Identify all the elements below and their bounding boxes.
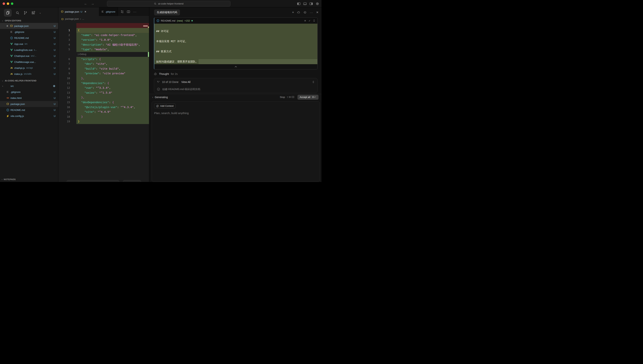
open-editor-item-chatapi-js[interactable]: JSchatApi.jssrc/apiU: [0, 65, 58, 71]
more-actions-icon[interactable]: ···: [133, 10, 136, 13]
tree-item-src[interactable]: ›src: [0, 83, 58, 89]
diff-added-line-bg: [76, 28, 149, 33]
breadcrumb-tail: ...: [82, 18, 84, 20]
chevron-right-icon[interactable]: ›: [152, 96, 153, 99]
stop-button[interactable]: Stop: [280, 96, 285, 98]
open-editor-item-package-json[interactable]: ✕{}package.jsonU: [0, 23, 58, 29]
source-control-icon[interactable]: [24, 11, 28, 15]
chevron-right-icon[interactable]: ›: [2, 84, 6, 88]
line-number: 11: [58, 81, 70, 86]
list-file-icon: [10, 30, 13, 33]
git-status-badge: U: [54, 54, 56, 58]
settings-gear-icon[interactable]: [316, 2, 319, 6]
search-sidebar-icon[interactable]: [16, 11, 20, 15]
thought-row[interactable]: Thought for 2s: [154, 72, 318, 76]
expand-collapse-icon[interactable]: [312, 81, 314, 83]
close-tab-icon[interactable]: ✕: [84, 10, 86, 13]
codelens-debug[interactable]: ▷Debug: [78, 52, 86, 57]
chat-tab[interactable]: 生成前端项目代码: [154, 10, 180, 16]
diff-added-line-bg: [76, 119, 149, 124]
tree-item--gitignore[interactable]: .gitignoreU: [0, 89, 58, 95]
new-chat-icon[interactable]: +: [292, 10, 294, 14]
expand-collapse-icon[interactable]: [313, 19, 315, 22]
view-all-link[interactable]: View All: [181, 80, 190, 84]
notepads-header[interactable]: › NOTEPADS: [0, 177, 58, 182]
tree-item-package-json[interactable]: {}package.jsonU: [0, 101, 58, 107]
activity-bar: ⌄: [0, 7, 58, 18]
cloud-icon[interactable]: [297, 11, 300, 14]
more-views-chevron-icon[interactable]: ⌄: [39, 12, 41, 14]
chat-input-box[interactable]: @ Add Context Plan, search, build anythi…: [152, 101, 320, 182]
line-number: 14: [58, 95, 70, 100]
close-editor-icon[interactable]: ✕: [5, 24, 10, 28]
open-editors-header[interactable]: ⌄ OPEN EDITORS: [0, 18, 58, 23]
more-actions-icon[interactable]: ···: [310, 11, 313, 14]
tree-item-readme-md[interactable]: README.mdU: [0, 107, 58, 113]
collapse-block-button[interactable]: [154, 64, 317, 69]
reject-file-icon[interactable]: ✕: [304, 19, 306, 22]
tab-gitignore[interactable]: .gitignore: [99, 7, 118, 16]
chevron-down-icon: ⌄: [2, 19, 4, 22]
chat-panel-header: 生成前端项目代码 + ··· ✕: [149, 7, 322, 18]
floating-toolbar-cutoff[interactable]: [67, 180, 119, 182]
maximize-window-button[interactable]: [11, 2, 13, 5]
accept-file-icon[interactable]: ✓: [308, 19, 310, 22]
open-editor-item-app-vue[interactable]: App.vuesrcU: [0, 41, 58, 47]
file-name: index.js: [14, 72, 22, 76]
line-number: 7: [58, 62, 70, 66]
close-window-button[interactable]: [3, 2, 5, 5]
open-editor-item-chatinput-vue[interactable]: ChatInput.vuesrc/...U: [0, 53, 58, 59]
git-status-badge: U: [54, 30, 56, 34]
diff-block-header[interactable]: README.md (new) +152 ✕ ✓: [154, 18, 317, 24]
git-status-badge: U: [80, 10, 82, 13]
command-center-search[interactable]: ai-code-helper-frontend: [107, 1, 230, 6]
file-name: LoadingDots.vue: [14, 48, 33, 52]
minimize-window-button[interactable]: [7, 2, 9, 5]
open-editor-item-readme-md[interactable]: README.mdU: [0, 35, 58, 41]
line-number: 10: [58, 76, 70, 81]
toggle-sidebar-right-icon[interactable]: [309, 2, 313, 6]
layout-controls: [297, 0, 319, 7]
todo-summary-row[interactable]: 10 of 10 Done View All: [154, 78, 317, 86]
floating-button-cutoff[interactable]: [123, 180, 141, 182]
git-status-badge: U: [54, 115, 56, 118]
git-status-badge: U: [54, 60, 56, 64]
split-editor-icon[interactable]: [127, 10, 130, 14]
code-line: "scripts": {: [78, 57, 101, 62]
history-icon[interactable]: [303, 11, 307, 14]
todo-done-item[interactable]: 创建 README.md 项目说明文档: [154, 86, 317, 93]
file-name: vite.config.js: [10, 115, 24, 118]
open-editor-item--gitignore[interactable]: .gitignoreU: [0, 29, 58, 35]
open-changes-icon[interactable]: [120, 10, 124, 14]
open-editor-item-chatmessage-vue-[interactable]: ChatMessage.vue...U: [0, 59, 58, 65]
code-line: }: [78, 114, 83, 119]
code-line: "dev": "vite",: [78, 62, 107, 66]
toggle-panel-bottom-icon[interactable]: [303, 2, 307, 6]
diff-line: [154, 54, 317, 59]
project-root-header[interactable]: ⌄ AI-CODE-HELPER-FRONTEND: [0, 78, 58, 83]
open-editor-item-loadingdots-vue[interactable]: LoadingDots.vues...U: [0, 47, 58, 53]
tab-package-json[interactable]: {} package.json U ✕: [58, 7, 99, 16]
json-file-icon: {}: [61, 10, 64, 13]
brain-icon: [154, 72, 157, 76]
diff-line: [154, 34, 317, 39]
diff-line: [154, 44, 317, 49]
tree-item-vite-config-js[interactable]: ⚡vite.config.jsU: [0, 113, 58, 119]
git-status-badge: U: [54, 36, 56, 40]
history-back-icon[interactable]: ←: [84, 2, 87, 6]
extensions-icon[interactable]: [31, 11, 35, 15]
toggle-sidebar-left-icon[interactable]: [297, 2, 301, 6]
open-editor-item-index-js[interactable]: JSindex.jssrc/utilsU: [0, 71, 58, 77]
code-editor[interactable]: Reject⌘N Accept⇧⌘Y 1{2 "name": "ai-code-…: [58, 22, 149, 182]
breadcrumb[interactable]: {} package.json › ...: [58, 16, 149, 22]
close-panel-icon[interactable]: ✕: [316, 11, 318, 14]
history-forward-icon[interactable]: →: [91, 2, 94, 6]
line-number: 9: [58, 71, 70, 76]
add-context-chip[interactable]: @ Add Context: [154, 104, 176, 108]
cursor-line-tail: [198, 59, 317, 64]
breadcrumb-file: package.json: [65, 18, 79, 20]
tree-item-index-html[interactable]: <>index.htmlU: [0, 95, 58, 101]
js-file-icon: JS: [10, 67, 12, 69]
explorer-files-icon[interactable]: [4, 9, 12, 17]
accept-all-button[interactable]: Accept all ⌘↵: [298, 95, 318, 100]
